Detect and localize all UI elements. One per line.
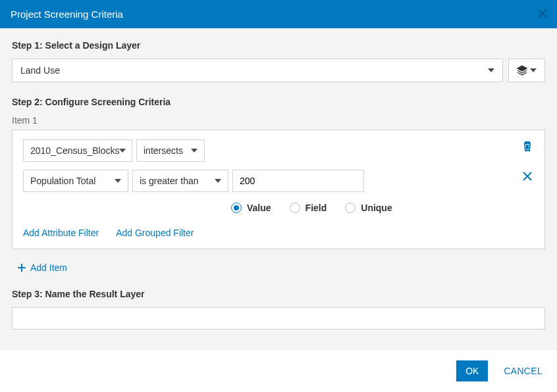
step2-label: Step 2: Configure Screening Criteria — [12, 97, 545, 107]
add-attribute-filter-link[interactable]: Add Attribute Filter — [23, 228, 99, 238]
value-mode-value[interactable]: Value — [231, 203, 271, 213]
chevron-down-icon — [530, 65, 537, 76]
criteria-layer-value: 2010_Census_Blocks — [30, 145, 119, 156]
filter-field-value: Population Total — [30, 176, 95, 186]
remove-filter-button[interactable] — [519, 168, 535, 186]
value-mode-unique[interactable]: Unique — [345, 203, 392, 213]
chevron-down-icon — [215, 176, 221, 186]
spatial-operator-select[interactable]: intersects — [136, 139, 205, 162]
filter-value-input[interactable] — [232, 170, 364, 192]
filter-condition-value: is greater than — [140, 176, 199, 186]
layer-source-button[interactable] — [508, 59, 545, 82]
criteria-item-panel: 2010_Census_Blocks intersects Population… — [12, 130, 545, 249]
radio-label: Unique — [361, 203, 392, 213]
add-item-link[interactable]: Add Item — [17, 262, 67, 273]
step3-label: Step 3: Name the Result Layer — [12, 289, 545, 299]
chevron-down-icon — [191, 145, 198, 156]
plus-icon — [17, 263, 26, 272]
radio-label: Value — [247, 203, 271, 213]
radio-icon — [231, 203, 242, 213]
chevron-down-icon — [488, 65, 494, 76]
filter-field-select[interactable]: Population Total — [23, 170, 128, 192]
radio-icon — [345, 203, 356, 213]
radio-label: Field — [305, 203, 327, 213]
chevron-down-icon — [119, 145, 126, 156]
item-title: Item 1 — [12, 115, 545, 126]
design-layer-select[interactable]: Land Use — [12, 59, 503, 82]
result-layer-name-input[interactable] — [12, 307, 545, 330]
add-item-label: Add Item — [30, 262, 67, 273]
step1-label: Step 1: Select a Design Layer — [12, 40, 545, 51]
value-mode-field[interactable]: Field — [290, 203, 327, 213]
close-icon[interactable] — [535, 5, 550, 23]
criteria-layer-select[interactable]: 2010_Census_Blocks — [23, 139, 132, 162]
design-layer-value: Land Use — [20, 65, 60, 76]
chevron-down-icon — [115, 176, 121, 186]
spatial-operator-value: intersects — [144, 145, 183, 156]
ok-button[interactable]: OK — [456, 360, 488, 381]
filter-condition-select[interactable]: is greater than — [132, 170, 228, 192]
dialog-title: Project Screening Criteria — [11, 9, 123, 20]
radio-icon — [290, 203, 300, 213]
delete-item-button[interactable] — [519, 138, 535, 156]
cancel-button[interactable]: CANCEL — [504, 366, 543, 376]
add-grouped-filter-link[interactable]: Add Grouped Filter — [116, 228, 194, 238]
